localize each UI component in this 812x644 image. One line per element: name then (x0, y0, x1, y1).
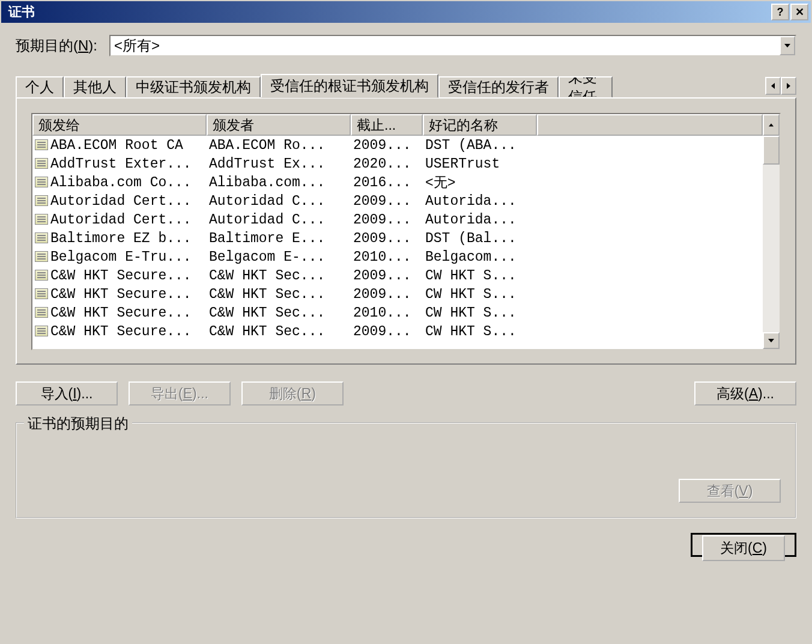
certificate-icon (35, 139, 48, 150)
cell-expiry: 2009... (351, 287, 423, 302)
cell-issued-by: C&W HKT Sec... (207, 305, 351, 321)
purpose-value: <所有> (114, 36, 160, 55)
window-title: 证书 (4, 3, 35, 21)
cell-issued-by: AddTrust Ex... (207, 156, 351, 172)
table-row[interactable]: C&W HKT Secure...C&W HKT Sec...2009...CW… (32, 322, 763, 341)
cell-friendly-name: Autorida... (423, 193, 537, 209)
certificate-icon (35, 195, 48, 206)
advanced-button[interactable]: 高级(A)... (694, 381, 796, 406)
cell-issued-to: Alibaba.com Co... (32, 175, 207, 190)
cell-issued-to: C&W HKT Secure... (32, 287, 207, 302)
cell-friendly-name: DST (Bal... (423, 231, 537, 246)
cell-friendly-name: USERTrust (423, 156, 537, 172)
tab-scroll-left-button[interactable] (765, 77, 781, 95)
cell-expiry: 2009... (351, 324, 423, 339)
cell-issued-to: Autoridad Cert... (32, 212, 207, 228)
tab-scroll-right-button[interactable] (781, 77, 796, 95)
import-button[interactable]: 导入(I)... (16, 381, 118, 406)
cell-issued-by: C&W HKT Sec... (207, 324, 351, 339)
cell-expiry: 2009... (351, 231, 423, 246)
cell-friendly-name: Autorida... (423, 212, 537, 228)
help-button[interactable]: ? (771, 4, 789, 20)
certificate-icon (35, 270, 48, 281)
cell-issued-by: Alibaba.com... (207, 175, 351, 190)
header-issued-by[interactable]: 颁发者 (207, 114, 351, 136)
cell-friendly-name: CW HKT S... (423, 287, 537, 302)
table-row[interactable]: Autoridad Cert...Autoridad C...2009...Au… (32, 192, 763, 210)
table-row[interactable]: C&W HKT Secure...C&W HKT Sec...2010...CW… (32, 303, 763, 322)
svg-marker-4 (768, 339, 774, 342)
table-row[interactable]: C&W HKT Secure...C&W HKT Sec...2009...CW… (32, 285, 763, 303)
tab-trusted-publishers[interactable]: 受信任的发行者 (438, 76, 559, 98)
tabs-row: 个人 其他人 中级证书颁发机构 受信任的根证书颁发机构 受信任的发行者 未受信任 (16, 74, 796, 97)
vertical-scrollbar[interactable] (763, 136, 780, 349)
cell-issued-to: Autoridad Cert... (32, 193, 207, 209)
close-button[interactable]: 关闭(C) (691, 533, 796, 557)
cell-issued-to: C&W HKT Secure... (32, 268, 207, 284)
header-issued-to[interactable]: 颁发给 (32, 114, 207, 136)
scroll-down-button[interactable] (763, 332, 780, 349)
scroll-track[interactable] (763, 136, 780, 332)
list-rows: ABA.ECOM Root CAABA.ECOM Ro...2009...DST… (32, 136, 763, 349)
dropdown-arrow-icon[interactable] (780, 36, 795, 55)
cell-issued-by: C&W HKT Sec... (207, 268, 351, 284)
cell-issued-to: C&W HKT Secure... (32, 305, 207, 321)
list-header: 颁发给 颁发者 截止... 好记的名称 (32, 114, 780, 136)
table-row[interactable]: ABA.ECOM Root CAABA.ECOM Ro...2009...DST… (32, 136, 763, 154)
certificate-icon (35, 177, 48, 187)
purpose-label: 预期目的(N): (16, 36, 97, 55)
cell-issued-by: Autoridad C... (207, 212, 351, 228)
cell-issued-by: Belgacom E-... (207, 249, 351, 265)
titlebar-buttons: ? ✕ (771, 4, 808, 20)
table-row[interactable]: Baltimore EZ b...Baltimore E...2009...DS… (32, 229, 763, 248)
table-row[interactable]: Alibaba.com Co...Alibaba.com...2016...<无… (32, 173, 763, 192)
cell-issued-by: C&W HKT Sec... (207, 287, 351, 302)
view-button: 查看(V) (679, 479, 781, 503)
certificate-icon (35, 214, 48, 225)
cell-issued-to: Belgacom E-Tru... (32, 249, 207, 265)
cell-issued-to: C&W HKT Secure... (32, 324, 207, 339)
certificate-icon (35, 326, 48, 336)
cell-friendly-name: Belgacom... (423, 249, 537, 265)
tab-scroll-buttons (765, 77, 796, 95)
table-row[interactable]: AddTrust Exter...AddTrust Ex...2020...US… (32, 154, 763, 173)
certificate-icon (35, 288, 48, 299)
tab-personal[interactable]: 个人 (16, 76, 64, 98)
close-window-button[interactable]: ✕ (790, 4, 808, 20)
tab-trusted-root-ca[interactable]: 受信任的根证书颁发机构 (261, 74, 438, 98)
cell-expiry: 2009... (351, 193, 423, 209)
cell-issued-to: AddTrust Exter... (32, 156, 207, 172)
table-row[interactable]: Belgacom E-Tru...Belgacom E-...2010...Be… (32, 248, 763, 266)
certificate-icon (35, 307, 48, 318)
certificates-dialog: 证书 ? ✕ 预期目的(N): <所有> 个人 其他人 中级证书颁发机构 受信任… (0, 0, 812, 644)
table-row[interactable]: C&W HKT Secure...C&W HKT Sec...2009...CW… (32, 266, 763, 285)
cell-friendly-name: DST (ABA... (423, 138, 537, 153)
header-friendly-name[interactable]: 好记的名称 (423, 114, 537, 136)
certificate-icon (35, 158, 48, 169)
svg-marker-3 (769, 124, 774, 127)
table-row[interactable]: Autoridad Cert...Autoridad C...2009...Au… (32, 210, 763, 229)
header-spacer (537, 114, 763, 136)
scroll-thumb[interactable] (763, 136, 780, 165)
cell-expiry: 2010... (351, 249, 423, 265)
certificate-icon (35, 251, 48, 262)
titlebar: 证书 ? ✕ (1, 1, 811, 23)
certificate-icon (35, 232, 48, 243)
tab-untrusted[interactable]: 未受信任 (559, 76, 613, 98)
cell-issued-to: ABA.ECOM Root CA (32, 138, 207, 153)
header-expiry[interactable]: 截止... (351, 114, 423, 136)
cell-issued-by: Autoridad C... (207, 193, 351, 209)
tab-intermediate-ca[interactable]: 中级证书颁发机构 (126, 76, 261, 98)
cell-friendly-name: <无> (423, 173, 537, 192)
svg-marker-0 (784, 44, 790, 47)
cell-expiry: 2010... (351, 305, 423, 321)
cell-expiry: 2020... (351, 156, 423, 172)
cell-issued-by: ABA.ECOM Ro... (207, 138, 351, 153)
tab-other-people[interactable]: 其他人 (64, 76, 126, 98)
svg-marker-2 (787, 83, 790, 89)
cell-issued-by: Baltimore E... (207, 231, 351, 246)
cell-friendly-name: CW HKT S... (423, 305, 537, 321)
purpose-dropdown[interactable]: <所有> (109, 35, 796, 56)
bottom-row: 关闭(C) (16, 533, 796, 557)
cell-expiry: 2016... (351, 175, 423, 190)
